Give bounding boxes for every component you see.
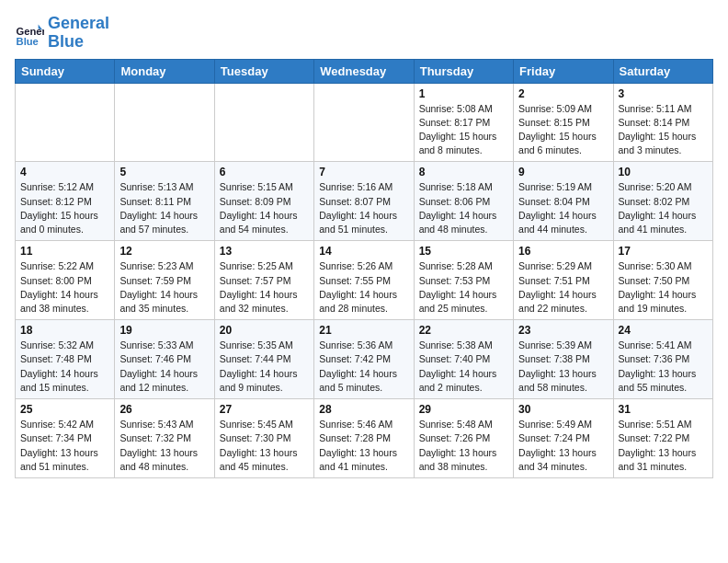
day-info: Sunrise: 5:48 AM Sunset: 7:26 PM Dayligh… xyxy=(419,418,508,474)
day-info: Sunrise: 5:12 AM Sunset: 8:12 PM Dayligh… xyxy=(20,180,109,236)
calendar-table: SundayMondayTuesdayWednesdayThursdayFrid… xyxy=(15,59,713,478)
day-info: Sunrise: 5:51 AM Sunset: 7:22 PM Dayligh… xyxy=(619,418,708,474)
day-number: 31 xyxy=(619,403,708,416)
day-number: 15 xyxy=(419,245,508,258)
day-info: Sunrise: 5:20 AM Sunset: 8:02 PM Dayligh… xyxy=(619,180,708,236)
day-number: 12 xyxy=(119,245,209,258)
day-number: 16 xyxy=(518,245,608,258)
calendar-cell: 31Sunrise: 5:51 AM Sunset: 7:22 PM Dayli… xyxy=(613,399,712,478)
day-number: 4 xyxy=(20,166,109,178)
calendar-cell: 24Sunrise: 5:41 AM Sunset: 7:36 PM Dayli… xyxy=(613,320,712,399)
day-info: Sunrise: 5:36 AM Sunset: 7:42 PM Dayligh… xyxy=(319,339,408,395)
day-number: 10 xyxy=(619,166,708,178)
day-info: Sunrise: 5:28 AM Sunset: 7:53 PM Dayligh… xyxy=(419,259,508,316)
day-number: 1 xyxy=(419,87,508,100)
calendar-cell: 15Sunrise: 5:28 AM Sunset: 7:53 PM Dayli… xyxy=(414,241,513,320)
day-number: 19 xyxy=(119,324,209,337)
day-number: 17 xyxy=(619,245,708,258)
day-number: 30 xyxy=(518,403,608,416)
calendar-week-row: 25Sunrise: 5:42 AM Sunset: 7:34 PM Dayli… xyxy=(16,399,713,478)
weekday-header-tuesday: Tuesday xyxy=(214,59,313,83)
day-info: Sunrise: 5:35 AM Sunset: 7:44 PM Dayligh… xyxy=(220,339,309,395)
day-info: Sunrise: 5:08 AM Sunset: 8:17 PM Dayligh… xyxy=(419,102,508,158)
calendar-cell: 17Sunrise: 5:30 AM Sunset: 7:50 PM Dayli… xyxy=(613,241,712,320)
day-info: Sunrise: 5:09 AM Sunset: 8:15 PM Dayligh… xyxy=(518,102,608,158)
calendar-cell: 16Sunrise: 5:29 AM Sunset: 7:51 PM Dayli… xyxy=(514,241,613,320)
calendar-cell: 23Sunrise: 5:39 AM Sunset: 7:38 PM Dayli… xyxy=(514,320,613,399)
day-info: Sunrise: 5:22 AM Sunset: 8:00 PM Dayligh… xyxy=(20,259,109,316)
day-info: Sunrise: 5:26 AM Sunset: 7:55 PM Dayligh… xyxy=(319,259,408,316)
calendar-week-row: 11Sunrise: 5:22 AM Sunset: 8:00 PM Dayli… xyxy=(16,241,713,320)
logo-text-line1: General xyxy=(48,15,109,33)
calendar-cell: 29Sunrise: 5:48 AM Sunset: 7:26 PM Dayli… xyxy=(414,399,513,478)
day-number: 23 xyxy=(518,324,608,337)
calendar-cell: 25Sunrise: 5:42 AM Sunset: 7:34 PM Dayli… xyxy=(16,399,115,478)
weekday-header-sunday: Sunday xyxy=(16,59,115,83)
calendar-cell: 20Sunrise: 5:35 AM Sunset: 7:44 PM Dayli… xyxy=(214,320,313,399)
day-number: 2 xyxy=(518,87,608,100)
day-number: 25 xyxy=(20,403,109,416)
day-info: Sunrise: 5:33 AM Sunset: 7:46 PM Dayligh… xyxy=(119,339,209,395)
calendar-cell: 2Sunrise: 5:09 AM Sunset: 8:15 PM Daylig… xyxy=(514,83,613,162)
day-number: 11 xyxy=(20,245,109,258)
calendar-cell: 14Sunrise: 5:26 AM Sunset: 7:55 PM Dayli… xyxy=(314,241,414,320)
calendar-week-row: 1Sunrise: 5:08 AM Sunset: 8:17 PM Daylig… xyxy=(16,83,713,162)
logo-text-line2: Blue xyxy=(48,33,109,52)
calendar-cell: 5Sunrise: 5:13 AM Sunset: 8:11 PM Daylig… xyxy=(115,162,214,241)
day-number: 20 xyxy=(220,324,309,337)
calendar-cell: 19Sunrise: 5:33 AM Sunset: 7:46 PM Dayli… xyxy=(115,320,214,399)
day-info: Sunrise: 5:23 AM Sunset: 7:59 PM Dayligh… xyxy=(119,259,209,316)
calendar-cell xyxy=(115,83,214,162)
svg-text:Blue: Blue xyxy=(17,36,39,47)
day-info: Sunrise: 5:39 AM Sunset: 7:38 PM Dayligh… xyxy=(518,339,608,395)
calendar-cell: 3Sunrise: 5:11 AM Sunset: 8:14 PM Daylig… xyxy=(613,83,712,162)
day-info: Sunrise: 5:45 AM Sunset: 7:30 PM Dayligh… xyxy=(220,418,309,474)
day-number: 9 xyxy=(518,166,608,178)
calendar-cell: 12Sunrise: 5:23 AM Sunset: 7:59 PM Dayli… xyxy=(115,241,214,320)
day-info: Sunrise: 5:13 AM Sunset: 8:11 PM Dayligh… xyxy=(119,180,209,236)
calendar-cell: 22Sunrise: 5:38 AM Sunset: 7:40 PM Dayli… xyxy=(414,320,513,399)
weekday-header-friday: Friday xyxy=(514,59,613,83)
day-info: Sunrise: 5:25 AM Sunset: 7:57 PM Dayligh… xyxy=(220,259,309,316)
calendar-cell: 27Sunrise: 5:45 AM Sunset: 7:30 PM Dayli… xyxy=(214,399,313,478)
day-info: Sunrise: 5:38 AM Sunset: 7:40 PM Dayligh… xyxy=(419,339,508,395)
day-number: 22 xyxy=(419,324,508,337)
calendar-week-row: 18Sunrise: 5:32 AM Sunset: 7:48 PM Dayli… xyxy=(16,320,713,399)
calendar-cell: 13Sunrise: 5:25 AM Sunset: 7:57 PM Dayli… xyxy=(214,241,313,320)
calendar-cell: 6Sunrise: 5:15 AM Sunset: 8:09 PM Daylig… xyxy=(214,162,313,241)
weekday-header-monday: Monday xyxy=(115,59,214,83)
day-number: 18 xyxy=(20,324,109,337)
day-number: 5 xyxy=(119,166,209,178)
day-number: 6 xyxy=(220,166,309,178)
logo-icon: General Blue xyxy=(15,18,44,48)
day-info: Sunrise: 5:42 AM Sunset: 7:34 PM Dayligh… xyxy=(20,418,109,474)
day-info: Sunrise: 5:11 AM Sunset: 8:14 PM Dayligh… xyxy=(619,102,708,158)
day-number: 14 xyxy=(319,245,408,258)
calendar-cell: 26Sunrise: 5:43 AM Sunset: 7:32 PM Dayli… xyxy=(115,399,214,478)
day-number: 13 xyxy=(220,245,309,258)
day-info: Sunrise: 5:15 AM Sunset: 8:09 PM Dayligh… xyxy=(220,180,309,236)
calendar-cell: 1Sunrise: 5:08 AM Sunset: 8:17 PM Daylig… xyxy=(414,83,513,162)
page-header: General Blue General Blue xyxy=(15,15,713,52)
day-info: Sunrise: 5:41 AM Sunset: 7:36 PM Dayligh… xyxy=(619,339,708,395)
day-info: Sunrise: 5:46 AM Sunset: 7:28 PM Dayligh… xyxy=(319,418,408,474)
calendar-cell: 8Sunrise: 5:18 AM Sunset: 8:06 PM Daylig… xyxy=(414,162,513,241)
day-number: 8 xyxy=(419,166,508,178)
calendar-cell: 18Sunrise: 5:32 AM Sunset: 7:48 PM Dayli… xyxy=(16,320,115,399)
day-info: Sunrise: 5:29 AM Sunset: 7:51 PM Dayligh… xyxy=(518,259,608,316)
day-info: Sunrise: 5:49 AM Sunset: 7:24 PM Dayligh… xyxy=(518,418,608,474)
day-info: Sunrise: 5:19 AM Sunset: 8:04 PM Dayligh… xyxy=(518,180,608,236)
calendar-cell: 21Sunrise: 5:36 AM Sunset: 7:42 PM Dayli… xyxy=(314,320,414,399)
weekday-header-wednesday: Wednesday xyxy=(314,59,414,83)
calendar-cell: 30Sunrise: 5:49 AM Sunset: 7:24 PM Dayli… xyxy=(514,399,613,478)
calendar-cell: 9Sunrise: 5:19 AM Sunset: 8:04 PM Daylig… xyxy=(514,162,613,241)
calendar-week-row: 4Sunrise: 5:12 AM Sunset: 8:12 PM Daylig… xyxy=(16,162,713,241)
day-info: Sunrise: 5:18 AM Sunset: 8:06 PM Dayligh… xyxy=(419,180,508,236)
day-info: Sunrise: 5:43 AM Sunset: 7:32 PM Dayligh… xyxy=(119,418,209,474)
day-number: 26 xyxy=(119,403,209,416)
day-info: Sunrise: 5:30 AM Sunset: 7:50 PM Dayligh… xyxy=(619,259,708,316)
weekday-header-thursday: Thursday xyxy=(414,59,513,83)
day-number: 21 xyxy=(319,324,408,337)
calendar-cell xyxy=(314,83,414,162)
weekday-header-saturday: Saturday xyxy=(613,59,712,83)
